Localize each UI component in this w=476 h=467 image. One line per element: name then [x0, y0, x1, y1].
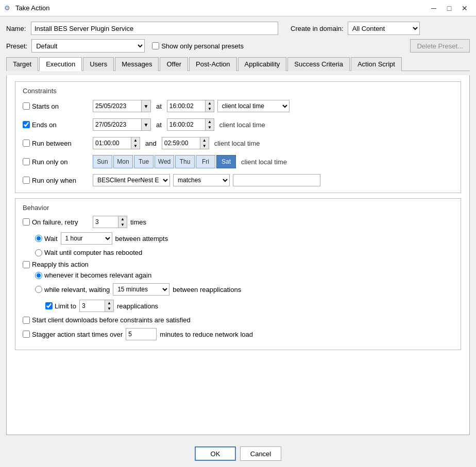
domain-select[interactable]: All Content: [348, 22, 420, 35]
wait-reboot-radio-label[interactable]: Wait until computer has rebooted: [35, 249, 142, 256]
tab-post-action[interactable]: Post-Action: [189, 57, 236, 71]
limit-spin-up[interactable]: ▲: [105, 300, 113, 306]
run-between-start-up[interactable]: ▲: [131, 137, 140, 143]
ends-on-date-button[interactable]: ▼: [142, 118, 151, 131]
limit-spin-down[interactable]: ▼: [105, 306, 113, 312]
reapply-label[interactable]: Reapply this action: [23, 261, 90, 268]
starts-on-time-group: ▲ ▼: [167, 100, 214, 112]
start-downloads-checkbox[interactable]: [23, 317, 30, 324]
ends-on-time-up[interactable]: ▲: [206, 119, 214, 125]
delete-preset-button[interactable]: Delete Preset...: [410, 39, 470, 53]
tab-offer[interactable]: Offer: [160, 57, 188, 71]
run-between-end-up[interactable]: ▲: [200, 137, 209, 143]
run-only-on-checkbox[interactable]: [23, 158, 30, 165]
run-only-on-label[interactable]: Run only on: [23, 158, 90, 166]
while-relevant-radio-label[interactable]: while relevant, waiting: [35, 286, 110, 293]
preset-select[interactable]: Default: [31, 39, 145, 53]
tab-success-criteria[interactable]: Success Criteria: [287, 57, 350, 71]
tab-bar: Target Execution Users Messages Offer Po…: [6, 57, 470, 71]
tab-users[interactable]: Users: [83, 57, 114, 71]
cancel-button[interactable]: Cancel: [240, 446, 281, 461]
stagger-checkbox[interactable]: [23, 331, 30, 338]
run-only-when-label[interactable]: Run only when: [23, 177, 90, 184]
whenever-relevant-radio-label[interactable]: whenever it becomes relevant again: [35, 271, 151, 279]
show-personal-checkbox[interactable]: [152, 42, 159, 49]
starts-on-time-up[interactable]: ▲: [206, 100, 214, 106]
day-thu-button[interactable]: Thu: [175, 155, 195, 168]
limit-count-input[interactable]: [79, 300, 105, 312]
reapply-row: Reapply this action: [23, 261, 453, 268]
app-icon: ⚙: [4, 4, 12, 12]
starts-on-date-button[interactable]: ▼: [142, 100, 151, 112]
ends-on-label[interactable]: Ends on: [23, 121, 90, 129]
stagger-checkbox-label[interactable]: Stagger action start times over: [23, 331, 123, 338]
while-relevant-interval-select[interactable]: 15 minutes: [113, 283, 169, 296]
while-relevant-radio[interactable]: [35, 286, 42, 293]
limit-to-checkbox[interactable]: [45, 302, 53, 309]
run-between-start-down[interactable]: ▼: [131, 143, 140, 149]
tab-execution[interactable]: Execution: [39, 57, 82, 71]
run-only-when-operator-select[interactable]: matches: [173, 174, 230, 186]
starts-on-time-spinner: ▲ ▼: [206, 100, 214, 112]
run-between-end-down[interactable]: ▼: [200, 143, 209, 149]
run-between-end-spinner: ▲ ▼: [200, 137, 209, 149]
run-only-on-row: Run only on Sun Mon Tue Wed Thu Fri Sat …: [23, 154, 453, 169]
run-between-end-group: ▲ ▼: [162, 137, 209, 149]
run-only-when-checkbox[interactable]: [23, 177, 30, 184]
reapply-checkbox[interactable]: [23, 261, 30, 268]
run-between-end-input[interactable]: [162, 137, 200, 149]
day-mon-button[interactable]: Mon: [113, 155, 133, 168]
show-personal-label[interactable]: Show only personal presets: [152, 42, 244, 50]
day-sat-button[interactable]: Sat: [216, 155, 236, 168]
run-between-start-input[interactable]: [93, 137, 131, 149]
minimize-button[interactable]: ─: [427, 3, 441, 13]
wait-radio-label[interactable]: Wait: [35, 235, 58, 243]
ends-on-checkbox[interactable]: [23, 121, 30, 128]
on-failure-checkbox[interactable]: [23, 218, 30, 226]
starts-on-date-input[interactable]: [93, 100, 142, 112]
tab-messages[interactable]: Messages: [115, 57, 159, 71]
on-failure-row: On failure, retry ▲ ▼ times: [23, 216, 453, 228]
day-tue-button[interactable]: Tue: [134, 155, 154, 168]
limit-to-label[interactable]: Limit to: [45, 302, 76, 310]
retry-spin-up[interactable]: ▲: [118, 216, 127, 222]
ends-on-date-input[interactable]: [93, 118, 142, 131]
retry-count-group: ▲ ▼: [93, 216, 127, 228]
run-between-label[interactable]: Run between: [23, 140, 90, 147]
whenever-relevant-radio[interactable]: [35, 272, 42, 279]
ends-on-time-input[interactable]: [167, 118, 206, 131]
day-sun-button[interactable]: Sun: [93, 155, 112, 168]
ends-on-date-group: ▼: [93, 118, 151, 131]
stagger-value-input[interactable]: [126, 328, 157, 340]
wait-radio[interactable]: [35, 235, 42, 242]
start-downloads-label[interactable]: Start client downloads before constraint…: [23, 316, 191, 324]
execution-panel: Constraints Starts on ▼ at: [6, 75, 470, 435]
tab-action-script[interactable]: Action Script: [351, 57, 402, 71]
ok-button[interactable]: OK: [195, 446, 236, 461]
starts-on-time-input[interactable]: [167, 100, 206, 112]
starts-on-checkbox[interactable]: [23, 102, 30, 110]
preset-row: Preset: Default Show only personal prese…: [6, 39, 470, 53]
day-wed-button[interactable]: Wed: [155, 155, 174, 168]
ends-on-time-spinner: ▲ ▼: [206, 118, 214, 131]
name-input[interactable]: [31, 22, 278, 35]
wait-select[interactable]: 1 hour: [61, 232, 112, 245]
on-failure-label[interactable]: On failure, retry: [23, 218, 90, 226]
run-only-when-value-input[interactable]: [233, 174, 320, 186]
retry-count-input[interactable]: [93, 216, 118, 228]
run-between-checkbox[interactable]: [23, 140, 30, 147]
starts-on-timezone-select[interactable]: client local time: [217, 100, 290, 112]
run-only-when-property-select[interactable]: BESClient PeerNest E: [93, 174, 170, 186]
starts-on-date-group: ▼: [93, 100, 151, 112]
starts-on-time-down[interactable]: ▼: [206, 106, 214, 112]
ends-on-time-down[interactable]: ▼: [206, 125, 214, 130]
retry-spin-down[interactable]: ▼: [118, 222, 127, 228]
starts-on-label[interactable]: Starts on: [23, 102, 90, 110]
starts-on-at-label: at: [154, 102, 164, 110]
maximize-button[interactable]: □: [442, 3, 456, 13]
wait-reboot-radio[interactable]: [35, 249, 42, 256]
close-button[interactable]: ✕: [457, 3, 472, 13]
tab-applicability[interactable]: Applicability: [238, 57, 287, 71]
tab-target[interactable]: Target: [6, 57, 38, 71]
day-fri-button[interactable]: Fri: [196, 155, 215, 168]
